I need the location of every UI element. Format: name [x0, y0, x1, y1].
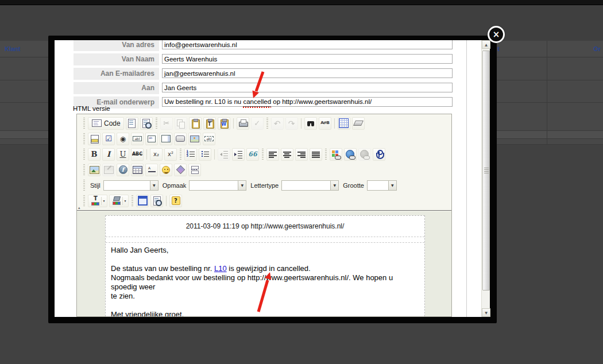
toolbar-textarea-button[interactable]: ab	[145, 133, 158, 145]
scrollbar-down-icon[interactable]: ▼	[482, 308, 490, 317]
page-break-icon	[190, 165, 200, 175]
toolbar-align-left-button[interactable]	[266, 148, 279, 161]
form-input-aan-e-mailadres[interactable]	[162, 68, 453, 78]
email-body-line	[111, 255, 419, 264]
toolbar-remove-format-button[interactable]	[352, 117, 365, 130]
toolbar-italic-button[interactable]: I	[102, 148, 115, 161]
toolbar-background-color-button[interactable]: ▾	[109, 195, 129, 207]
toolbar-help-button[interactable]: ?	[169, 195, 182, 207]
toolbar-flash-button[interactable]: f	[117, 164, 129, 176]
toolbar-underline-button[interactable]: U	[117, 148, 129, 161]
toolbar-unlink-button	[358, 148, 371, 161]
insert-link-icon	[345, 149, 355, 160]
toolbar-text-field-button[interactable]: abl	[131, 133, 144, 145]
background-column-truncated[interactable]: t	[497, 41, 500, 57]
toolbar-replace-button[interactable]: A⇄B	[319, 117, 331, 130]
chevron-down-icon[interactable]: ▼	[388, 181, 396, 190]
toolbar-select-field-button[interactable]	[160, 133, 172, 145]
chevron-down-icon[interactable]: ▼	[150, 181, 158, 190]
toolbar-hidden-field-button[interactable]: abl	[203, 133, 215, 145]
toolbar-new-page-button[interactable]	[126, 117, 138, 130]
font-dropdown[interactable]: ▼	[281, 180, 339, 191]
toolbar-paste-word-button[interactable]: W	[218, 117, 230, 130]
toolbar-page-break-button[interactable]	[188, 164, 201, 176]
spell-check-icon: ✓	[252, 118, 262, 129]
toolbar-image-button-button[interactable]	[188, 133, 201, 145]
toolbar-checkbox-button[interactable]: ☑	[102, 133, 115, 145]
order-number-link[interactable]: L10	[214, 264, 227, 273]
toolbar-image-button[interactable]	[88, 164, 100, 176]
editor-toolbar: Code✂TW✓↶↷A⇄B☑◉ablabablBIUABCx₂x²66fASti…	[77, 114, 451, 211]
toolbar-button-button[interactable]	[174, 133, 187, 145]
style-dropdown[interactable]: ▼	[103, 180, 159, 191]
scrollbar-thumb[interactable]	[482, 51, 490, 291]
toolbar-form-button[interactable]	[88, 133, 100, 145]
form-input-van-naam[interactable]	[162, 54, 453, 64]
find-icon	[306, 118, 316, 129]
form-input-aan[interactable]	[162, 83, 453, 92]
text-field-icon: abl	[133, 136, 142, 141]
form-row: Van adres	[55, 40, 481, 52]
chevron-down-icon[interactable]: ▾	[122, 197, 126, 205]
toolbar-ordered-list-button[interactable]	[184, 148, 197, 161]
toolbar-align-right-button[interactable]	[295, 148, 308, 161]
toolbar-source-code-button[interactable]: Code	[88, 117, 124, 130]
form-label-van-naam: Van Naam	[74, 53, 159, 65]
font-dropdown-value	[282, 181, 330, 190]
form-input-e-mail-onderwerp[interactable]: Uw bestelling nr. L10 is nu cancelled op…	[162, 97, 453, 107]
toolbar-text-color-button[interactable]: T▾	[88, 195, 107, 207]
toolbar-undo-button: ↶	[271, 117, 284, 130]
toolbar-bold-button[interactable]: B	[88, 148, 100, 161]
editor-content-area[interactable]: 2011-03-09 11:19 op http://www.geertswar…	[77, 211, 451, 316]
table-icon	[132, 165, 142, 175]
toolbar-paste-button[interactable]	[189, 117, 202, 130]
toolbar-align-center-button[interactable]	[281, 148, 293, 161]
close-icon[interactable]: ×	[488, 26, 505, 43]
background-column-or[interactable]: Or	[593, 41, 601, 57]
chevron-down-icon[interactable]: ▾	[101, 197, 105, 205]
chevron-down-icon[interactable]: ▼	[330, 181, 338, 190]
toolbar-insert-link-button[interactable]	[344, 148, 357, 161]
chevron-down-icon[interactable]: ▼	[238, 181, 246, 190]
toolbar-anchor-button[interactable]	[373, 148, 385, 161]
toolbar-strikethrough-button[interactable]: ABC	[131, 148, 144, 161]
toolbar-grip	[83, 180, 85, 191]
toolbar-grip	[83, 195, 85, 207]
toolbar-unordered-list-button[interactable]	[199, 148, 211, 161]
toolbar-print-button[interactable]	[237, 117, 249, 130]
preview-document-icon	[152, 196, 162, 206]
toolbar-grip	[156, 118, 157, 129]
toolbar-table-button[interactable]	[131, 164, 144, 176]
toolbar-select-all-button[interactable]	[338, 117, 350, 130]
background-column-klant[interactable]: Klant	[5, 41, 21, 57]
form-table-border	[466, 40, 467, 317]
format-dropdown[interactable]: ▼	[189, 180, 246, 191]
email-text: te zien.	[111, 292, 135, 300]
toolbar-paste-text-button[interactable]: T	[203, 117, 216, 130]
toolbar-edit-image-button	[102, 164, 115, 176]
modal-scrollbar[interactable]: ▲ ▼	[481, 40, 490, 317]
combo-label-font: Lettertype	[250, 182, 279, 189]
toolbar-joomla-link-button[interactable]	[330, 148, 342, 161]
toolbar-find-button[interactable]	[304, 117, 317, 130]
toolbar-smiley-button[interactable]	[160, 164, 172, 176]
toolbar-subscript-button[interactable]: x₂	[150, 148, 163, 161]
toolbar-maximize-button[interactable]	[136, 195, 149, 207]
toolbar-align-justify-button[interactable]	[310, 148, 322, 161]
toolbar-radio-button-button[interactable]: ◉	[117, 133, 129, 145]
email-body-line: te zien.	[111, 292, 419, 301]
toolbar-collapse-icon[interactable]: ▴	[78, 206, 80, 210]
email-text: Nogmaals bedankt voor uw bestelling op h…	[111, 273, 393, 291]
toolbar-preview-button[interactable]	[140, 117, 153, 130]
toolbar-grip	[325, 149, 327, 160]
toolbar-special-character-button[interactable]	[174, 164, 187, 176]
ordered-list-icon	[186, 149, 196, 159]
toolbar-blockquote-button[interactable]: 66	[246, 148, 259, 161]
toolbar-horizontal-rule-button[interactable]: A	[145, 164, 158, 176]
toolbar-indent-button[interactable]	[232, 148, 245, 161]
toolbar-superscript-button[interactable]: x²	[164, 148, 177, 161]
scrollbar-up-icon[interactable]: ▲	[482, 40, 490, 49]
toolbar-preview-document-button[interactable]	[150, 195, 163, 207]
form-input-van-adres[interactable]	[162, 40, 453, 49]
size-dropdown[interactable]: ▼	[367, 180, 397, 191]
